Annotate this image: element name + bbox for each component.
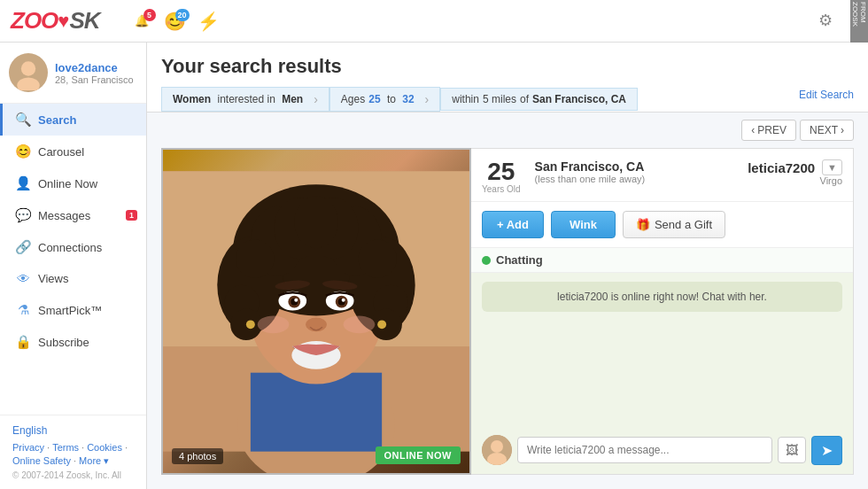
svg-point-36 <box>246 320 255 329</box>
sidebar-item-smartpick[interactable]: ⚗ SmartPick™ <box>0 294 146 326</box>
coins-button[interactable]: 😊 20 <box>160 8 190 35</box>
svg-point-30 <box>294 299 298 302</box>
sidebar-item-messages[interactable]: 💬 Messages 1 <box>0 199 146 231</box>
chat-input-row: 🖼 ➤ <box>482 435 842 465</box>
sidebar-item-label: Connections <box>38 241 102 254</box>
photos-count: 4 photos <box>172 448 223 464</box>
prev-button[interactable]: ‹ PREV <box>741 120 796 141</box>
filter-arrow: › <box>314 92 318 106</box>
subscribe-icon: 🔒 <box>15 334 31 350</box>
lightning-icon: ⚡ <box>198 11 220 32</box>
content-area: Your search results Women interested in … <box>147 43 868 489</box>
user-name: love2dance <box>55 61 134 74</box>
send-button[interactable]: ➤ <box>811 436 842 465</box>
user-profile[interactable]: love2dance 28, San Francisco <box>0 43 146 104</box>
profile-age: 25 <box>482 159 521 184</box>
svg-point-39 <box>491 440 503 453</box>
main-layout: love2dance 28, San Francisco 🔍 Search 😊 … <box>0 43 868 489</box>
sidebar-item-views[interactable]: 👁 Views <box>0 263 146 294</box>
add-button[interactable]: + Add <box>482 211 544 238</box>
messages-icon: 💬 <box>15 207 31 223</box>
wink-button[interactable]: Wink <box>551 211 616 238</box>
gear-icon: ⚙ <box>818 12 833 29</box>
search-filters: Women interested in Men › Ages 25 to 32 … <box>161 87 854 112</box>
svg-point-34 <box>258 315 290 333</box>
language-selector[interactable]: English <box>12 424 134 437</box>
chat-message: leticia7200 is online right now! Chat wi… <box>482 282 842 312</box>
svg-point-1 <box>21 61 35 75</box>
svg-point-35 <box>344 315 376 333</box>
svg-point-16 <box>236 239 274 277</box>
filter-location: within 5 miles of San Francisco, CA <box>440 88 638 111</box>
online-safety-link[interactable]: Online Safety <box>12 455 71 467</box>
sidebar-item-connections[interactable]: 🔗 Connections <box>0 231 146 263</box>
messages-badge: 1 <box>126 210 137 221</box>
svg-point-37 <box>377 320 386 329</box>
chat-avatar <box>482 435 512 465</box>
watermark: FROM ZOOSK <box>850 0 868 43</box>
emoji-icon: 🖼 <box>786 443 798 457</box>
gift-button[interactable]: 🎁 Send a Gift <box>623 211 725 238</box>
avatar <box>9 53 48 92</box>
coins-badge: 20 <box>175 9 190 21</box>
carousel-icon: 😊 <box>15 144 31 159</box>
profile-photo <box>163 150 469 473</box>
profile-username-block: leticia7200 ▼ Virgo <box>748 159 842 186</box>
profile-age-block: 25 Years Old <box>482 159 521 194</box>
next-button[interactable]: NEXT › <box>800 120 854 141</box>
send-icon: ➤ <box>821 442 833 459</box>
prev-icon: ‹ <box>751 124 755 136</box>
copyright: © 2007-2014 Zoosk, Inc. All <box>12 470 134 480</box>
notifications-badge: 5 <box>143 9 156 21</box>
sidebar-item-label: Subscribe <box>38 336 89 349</box>
sidebar: love2dance 28, San Francisco 🔍 Search 😊 … <box>0 43 147 489</box>
notifications-button[interactable]: 🔔 5 <box>127 8 157 35</box>
dropdown-button[interactable]: ▼ <box>822 159 842 175</box>
settings-button[interactable]: ⚙ <box>818 11 833 30</box>
edit-search-link[interactable]: Edit Search <box>799 89 854 110</box>
sidebar-item-label: Online Now <box>38 177 97 190</box>
sidebar-item-label: Carousel <box>38 145 84 159</box>
privacy-link[interactable]: Privacy <box>12 442 44 453</box>
svg-point-15 <box>294 196 337 248</box>
profile-top: 25 Years Old San Francisco, CA (less tha… <box>471 149 853 202</box>
views-icon: 👁 <box>15 271 31 286</box>
profile-city-sub: (less than one mile away) <box>535 174 748 184</box>
profile-username: leticia7200 <box>748 160 815 175</box>
user-meta: 28, San Francisco <box>55 74 134 85</box>
chat-area: leticia7200 is online right now! Chat wi… <box>471 273 853 474</box>
profile-photo-container[interactable]: 4 photos ONLINE NOW <box>161 148 471 475</box>
logo[interactable]: ZOO♥SK <box>11 7 100 35</box>
sidebar-item-carousel[interactable]: 😊 Carousel <box>0 136 146 167</box>
sidebar-item-search[interactable]: 🔍 Search <box>0 104 146 136</box>
sidebar-item-online-now[interactable]: 👤 Online Now <box>0 167 146 199</box>
profile-location-block: San Francisco, CA (less than one mile aw… <box>535 159 748 184</box>
terms-link[interactable]: Terms <box>52 442 79 453</box>
more-link[interactable]: More ▾ <box>79 455 109 467</box>
search-icon: 🔍 <box>15 112 31 128</box>
svg-point-17 <box>358 239 396 277</box>
online-now-icon: 👤 <box>15 175 31 191</box>
lightning-button[interactable]: ⚡ <box>194 8 224 35</box>
online-badge: ONLINE NOW <box>376 446 461 464</box>
filter-gender: Women interested in Men › <box>161 87 329 112</box>
header: ZOO♥SK 🔔 5 😊 20 ⚡ ⚙ FROM ZOOSK <box>0 0 868 43</box>
sidebar-item-label: Messages <box>38 209 90 222</box>
profile-age-label: Years Old <box>482 184 521 194</box>
svg-point-32 <box>306 317 327 331</box>
content-header: Your search results Women interested in … <box>147 43 868 113</box>
cookies-link[interactable]: Cookies <box>87 442 122 453</box>
pagination-bar: ‹ PREV NEXT › <box>147 113 868 148</box>
sidebar-item-label: Views <box>38 272 68 285</box>
sidebar-footer: English Privacy · Terms · Cookies · Onli… <box>0 415 146 489</box>
page-title: Your search results <box>161 55 854 78</box>
profile-city: San Francisco, CA <box>535 159 748 174</box>
user-info: love2dance 28, San Francisco <box>55 61 134 85</box>
emoji-button[interactable]: 🖼 <box>778 437 806 463</box>
sidebar-item-subscribe[interactable]: 🔒 Subscribe <box>0 326 146 358</box>
chatting-label: Chatting <box>496 253 543 267</box>
gift-icon: 🎁 <box>636 218 650 231</box>
svg-rect-6 <box>251 373 382 452</box>
profile-info-panel: 25 Years Old San Francisco, CA (less tha… <box>471 148 854 475</box>
chat-input[interactable] <box>517 437 772 463</box>
